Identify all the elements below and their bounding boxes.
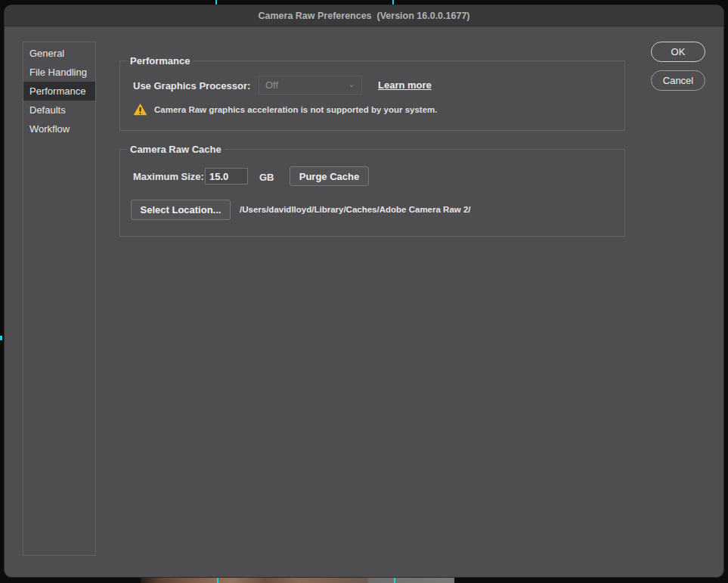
maximum-size-input[interactable] bbox=[205, 168, 248, 185]
dialog-titlebar: Camera Raw Preferences (Version 16.0.0.1… bbox=[5, 5, 723, 26]
ok-button[interactable]: OK bbox=[651, 42, 705, 62]
cache-group-legend: Camera Raw Cache bbox=[126, 144, 225, 155]
use-graphics-processor-label: Use Graphics Processor: bbox=[133, 80, 250, 91]
cache-location-path: /Users/davidlloyd/Library/Caches/Adobe C… bbox=[240, 205, 471, 214]
background-panel-sliver bbox=[368, 578, 454, 583]
background-teal-tick bbox=[0, 336, 2, 340]
performance-group-legend: Performance bbox=[126, 55, 194, 67]
gb-unit-label: GB bbox=[259, 172, 274, 183]
background-teal-tick bbox=[217, 578, 218, 583]
chevron-down-icon: ⌄ bbox=[348, 79, 355, 88]
purge-cache-button[interactable]: Purge Cache bbox=[290, 166, 369, 186]
background-teal-tick bbox=[215, 0, 217, 5]
graphics-processor-value: Off bbox=[265, 79, 278, 91]
warning-triangle-icon bbox=[133, 103, 147, 116]
camera-raw-cache-group: Camera Raw Cache Maximum Size: GB Purge … bbox=[119, 149, 625, 237]
background-teal-tick bbox=[394, 578, 395, 583]
background-teal-tick bbox=[392, 0, 394, 5]
graphics-processor-dropdown[interactable]: Off ⌄ bbox=[259, 76, 362, 95]
gpu-warning-text: Camera Raw graphics acceleration is not … bbox=[154, 105, 438, 114]
camera-raw-preferences-dialog: Camera Raw Preferences (Version 16.0.0.1… bbox=[5, 5, 723, 577]
cancel-button[interactable]: Cancel bbox=[651, 70, 705, 91]
background-photo-sliver bbox=[141, 578, 368, 583]
select-location-button[interactable]: Select Location... bbox=[131, 200, 231, 220]
sidebar-item-general[interactable]: General bbox=[23, 44, 95, 63]
dialog-title: Camera Raw Preferences (Version 16.0.0.1… bbox=[258, 11, 469, 21]
maximum-size-label: Maximum Size: bbox=[133, 171, 204, 182]
sidebar-item-performance[interactable]: Performance bbox=[23, 82, 95, 101]
learn-more-link[interactable]: Learn more bbox=[378, 79, 432, 91]
sidebar-item-file-handling[interactable]: File Handling bbox=[23, 63, 95, 82]
sidebar-item-defaults[interactable]: Defaults bbox=[23, 101, 95, 119]
preferences-sidebar: General File Handling Performance Defaul… bbox=[23, 42, 96, 556]
gpu-warning-row: Camera Raw graphics acceleration is not … bbox=[133, 103, 438, 116]
performance-group: Performance Use Graphics Processor: Off … bbox=[119, 60, 625, 131]
sidebar-item-workflow[interactable]: Workflow bbox=[23, 119, 95, 138]
